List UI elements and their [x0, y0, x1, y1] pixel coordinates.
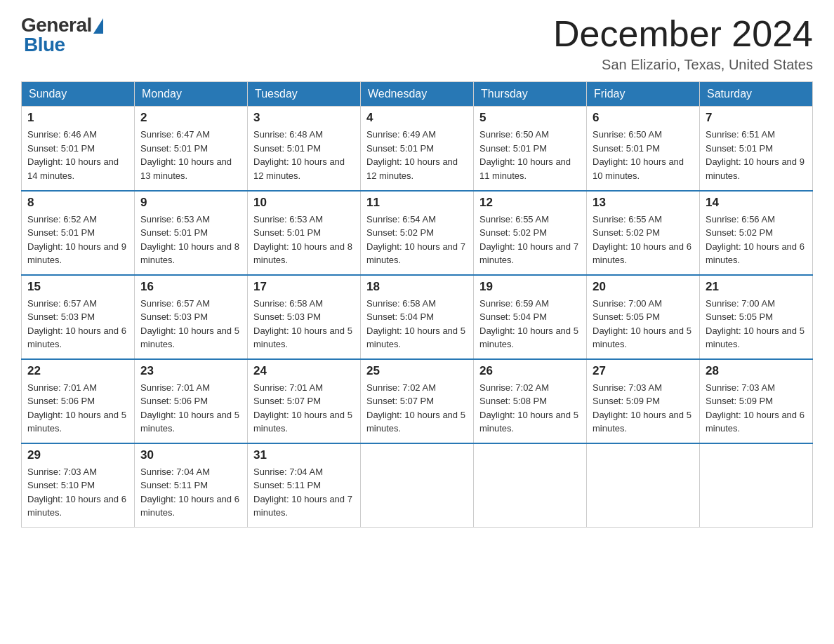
calendar-day-cell — [587, 443, 700, 528]
calendar-day-cell: 5Sunrise: 6:50 AMSunset: 5:01 PMDaylight… — [474, 107, 587, 191]
calendar-subtitle: San Elizario, Texas, United States — [553, 57, 813, 73]
day-info: Sunrise: 6:53 AMSunset: 5:01 PMDaylight:… — [140, 213, 241, 267]
day-number: 24 — [253, 364, 355, 378]
day-number: 23 — [140, 364, 241, 378]
day-info: Sunrise: 6:58 AMSunset: 5:04 PMDaylight:… — [366, 297, 468, 351]
day-info: Sunrise: 6:59 AMSunset: 5:04 PMDaylight:… — [479, 297, 581, 351]
day-info: Sunrise: 7:01 AMSunset: 5:06 PMDaylight:… — [140, 381, 241, 436]
calendar-day-cell: 29Sunrise: 7:03 AMSunset: 5:10 PMDayligh… — [22, 443, 135, 528]
day-info: Sunrise: 6:49 AMSunset: 5:01 PMDaylight:… — [366, 128, 468, 182]
day-number: 15 — [27, 280, 128, 294]
day-number: 16 — [140, 280, 241, 294]
day-number: 10 — [253, 196, 355, 210]
calendar-header-saturday: Saturday — [700, 82, 813, 107]
calendar-day-cell: 26Sunrise: 7:02 AMSunset: 5:08 PMDayligh… — [474, 359, 587, 443]
logo: General Blue — [21, 14, 103, 56]
calendar-day-cell: 10Sunrise: 6:53 AMSunset: 5:01 PMDayligh… — [248, 191, 361, 275]
day-info: Sunrise: 6:53 AMSunset: 5:01 PMDaylight:… — [253, 213, 355, 267]
day-number: 4 — [366, 111, 468, 125]
day-info: Sunrise: 6:50 AMSunset: 5:01 PMDaylight:… — [479, 128, 581, 182]
calendar-day-cell: 11Sunrise: 6:54 AMSunset: 5:02 PMDayligh… — [361, 191, 474, 275]
calendar-header-sunday: Sunday — [22, 82, 135, 107]
calendar-table: SundayMondayTuesdayWednesdayThursdayFrid… — [21, 81, 813, 528]
day-number: 21 — [706, 280, 807, 294]
day-number: 20 — [593, 280, 694, 294]
day-info: Sunrise: 7:02 AMSunset: 5:08 PMDaylight:… — [479, 381, 581, 436]
calendar-day-cell: 23Sunrise: 7:01 AMSunset: 5:06 PMDayligh… — [135, 359, 248, 443]
calendar-day-cell: 3Sunrise: 6:48 AMSunset: 5:01 PMDaylight… — [248, 107, 361, 191]
day-info: Sunrise: 7:04 AMSunset: 5:11 PMDaylight:… — [140, 465, 241, 520]
calendar-day-cell: 30Sunrise: 7:04 AMSunset: 5:11 PMDayligh… — [135, 443, 248, 528]
day-info: Sunrise: 6:54 AMSunset: 5:02 PMDaylight:… — [366, 213, 468, 267]
day-info: Sunrise: 6:57 AMSunset: 5:03 PMDaylight:… — [27, 297, 128, 351]
day-number: 8 — [27, 196, 128, 210]
day-number: 31 — [253, 448, 355, 462]
day-info: Sunrise: 7:00 AMSunset: 5:05 PMDaylight:… — [593, 297, 694, 351]
day-info: Sunrise: 7:03 AMSunset: 5:09 PMDaylight:… — [706, 381, 807, 436]
day-number: 13 — [593, 196, 694, 210]
calendar-day-cell: 20Sunrise: 7:00 AMSunset: 5:05 PMDayligh… — [587, 275, 700, 359]
day-info: Sunrise: 6:55 AMSunset: 5:02 PMDaylight:… — [593, 213, 694, 267]
day-info: Sunrise: 7:03 AMSunset: 5:09 PMDaylight:… — [593, 381, 694, 436]
calendar-day-cell: 27Sunrise: 7:03 AMSunset: 5:09 PMDayligh… — [587, 359, 700, 443]
day-number: 30 — [140, 448, 241, 462]
calendar-day-cell: 19Sunrise: 6:59 AMSunset: 5:04 PMDayligh… — [474, 275, 587, 359]
calendar-day-cell: 1Sunrise: 6:46 AMSunset: 5:01 PMDaylight… — [22, 107, 135, 191]
calendar-week-row: 8Sunrise: 6:52 AMSunset: 5:01 PMDaylight… — [22, 191, 813, 275]
day-number: 27 — [593, 364, 694, 378]
day-number: 25 — [366, 364, 468, 378]
calendar-header-thursday: Thursday — [474, 82, 587, 107]
day-number: 6 — [593, 111, 694, 125]
calendar-day-cell: 12Sunrise: 6:55 AMSunset: 5:02 PMDayligh… — [474, 191, 587, 275]
day-number: 19 — [479, 280, 581, 294]
calendar-day-cell: 17Sunrise: 6:58 AMSunset: 5:03 PMDayligh… — [248, 275, 361, 359]
day-info: Sunrise: 6:55 AMSunset: 5:02 PMDaylight:… — [479, 213, 581, 267]
calendar-day-cell: 15Sunrise: 6:57 AMSunset: 5:03 PMDayligh… — [22, 275, 135, 359]
calendar-day-cell: 6Sunrise: 6:50 AMSunset: 5:01 PMDaylight… — [587, 107, 700, 191]
calendar-day-cell: 13Sunrise: 6:55 AMSunset: 5:02 PMDayligh… — [587, 191, 700, 275]
calendar-day-cell: 24Sunrise: 7:01 AMSunset: 5:07 PMDayligh… — [248, 359, 361, 443]
day-number: 2 — [140, 111, 241, 125]
day-number: 22 — [27, 364, 128, 378]
day-info: Sunrise: 6:47 AMSunset: 5:01 PMDaylight:… — [140, 128, 241, 182]
day-number: 5 — [479, 111, 581, 125]
day-info: Sunrise: 7:01 AMSunset: 5:06 PMDaylight:… — [27, 381, 128, 436]
day-number: 14 — [706, 196, 807, 210]
day-info: Sunrise: 6:57 AMSunset: 5:03 PMDaylight:… — [140, 297, 241, 351]
calendar-day-cell: 2Sunrise: 6:47 AMSunset: 5:01 PMDaylight… — [135, 107, 248, 191]
day-info: Sunrise: 7:02 AMSunset: 5:07 PMDaylight:… — [366, 381, 468, 436]
day-number: 29 — [27, 448, 128, 462]
day-info: Sunrise: 6:52 AMSunset: 5:01 PMDaylight:… — [27, 213, 128, 267]
day-info: Sunrise: 6:46 AMSunset: 5:01 PMDaylight:… — [27, 128, 128, 182]
day-number: 9 — [140, 196, 241, 210]
calendar-header-monday: Monday — [135, 82, 248, 107]
day-info: Sunrise: 6:48 AMSunset: 5:01 PMDaylight:… — [253, 128, 355, 182]
day-info: Sunrise: 6:50 AMSunset: 5:01 PMDaylight:… — [593, 128, 694, 182]
calendar-day-cell — [700, 443, 813, 528]
calendar-day-cell: 4Sunrise: 6:49 AMSunset: 5:01 PMDaylight… — [361, 107, 474, 191]
calendar-day-cell: 14Sunrise: 6:56 AMSunset: 5:02 PMDayligh… — [700, 191, 813, 275]
day-info: Sunrise: 7:03 AMSunset: 5:10 PMDaylight:… — [27, 465, 128, 520]
calendar-header-tuesday: Tuesday — [248, 82, 361, 107]
day-info: Sunrise: 6:58 AMSunset: 5:03 PMDaylight:… — [253, 297, 355, 351]
calendar-header-wednesday: Wednesday — [361, 82, 474, 107]
calendar-day-cell: 31Sunrise: 7:04 AMSunset: 5:11 PMDayligh… — [248, 443, 361, 528]
calendar-week-row: 15Sunrise: 6:57 AMSunset: 5:03 PMDayligh… — [22, 275, 813, 359]
calendar-day-cell: 25Sunrise: 7:02 AMSunset: 5:07 PMDayligh… — [361, 359, 474, 443]
day-info: Sunrise: 7:01 AMSunset: 5:07 PMDaylight:… — [253, 381, 355, 436]
calendar-day-cell: 21Sunrise: 7:00 AMSunset: 5:05 PMDayligh… — [700, 275, 813, 359]
day-number: 11 — [366, 196, 468, 210]
calendar-day-cell: 22Sunrise: 7:01 AMSunset: 5:06 PMDayligh… — [22, 359, 135, 443]
day-number: 17 — [253, 280, 355, 294]
calendar-week-row: 22Sunrise: 7:01 AMSunset: 5:06 PMDayligh… — [22, 359, 813, 443]
calendar-day-cell — [474, 443, 587, 528]
day-info: Sunrise: 6:51 AMSunset: 5:01 PMDaylight:… — [706, 128, 807, 182]
calendar-day-cell: 9Sunrise: 6:53 AMSunset: 5:01 PMDaylight… — [135, 191, 248, 275]
day-number: 26 — [479, 364, 581, 378]
calendar-day-cell: 18Sunrise: 6:58 AMSunset: 5:04 PMDayligh… — [361, 275, 474, 359]
title-section: December 2024 San Elizario, Texas, Unite… — [553, 14, 813, 73]
calendar-header-friday: Friday — [587, 82, 700, 107]
calendar-day-cell: 8Sunrise: 6:52 AMSunset: 5:01 PMDaylight… — [22, 191, 135, 275]
calendar-week-row: 1Sunrise: 6:46 AMSunset: 5:01 PMDaylight… — [22, 107, 813, 191]
day-number: 3 — [253, 111, 355, 125]
